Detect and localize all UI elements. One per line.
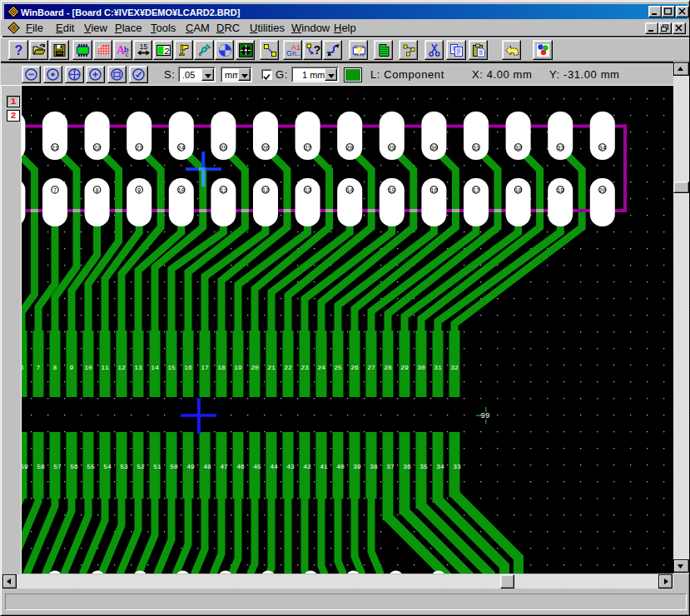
- svg-text:42: 42: [303, 463, 311, 470]
- svg-text:15: 15: [139, 43, 147, 51]
- svg-text:6: 6: [22, 364, 24, 371]
- svg-text:20: 20: [599, 187, 606, 194]
- svg-text:Gn..: Gn..: [286, 49, 300, 57]
- svg-text:35: 35: [419, 463, 428, 470]
- svg-text:31: 31: [434, 364, 442, 371]
- svg-text:33: 33: [557, 145, 563, 152]
- svg-text:?: ?: [15, 43, 23, 57]
- svg-text:7: 7: [37, 364, 41, 371]
- svg-text:15: 15: [389, 187, 395, 194]
- svg-text:57: 57: [53, 463, 62, 470]
- svg-text:8: 8: [53, 364, 57, 371]
- svg-text:44: 44: [270, 463, 278, 470]
- svg-text:17: 17: [473, 187, 479, 194]
- svg-text:55: 55: [87, 463, 95, 470]
- svg-text:16: 16: [430, 187, 437, 194]
- svg-text:38: 38: [370, 463, 378, 470]
- svg-text:12: 12: [117, 364, 126, 371]
- svg-text:20: 20: [251, 364, 259, 371]
- svg-text:10: 10: [178, 187, 185, 194]
- svg-text:28: 28: [346, 145, 353, 152]
- svg-text:32: 32: [514, 145, 521, 152]
- svg-text:23: 23: [300, 364, 309, 371]
- svg-text:19: 19: [234, 364, 242, 371]
- svg-text:12: 12: [262, 187, 269, 194]
- svg-text:39: 39: [353, 463, 361, 470]
- svg-text:15: 15: [167, 364, 176, 371]
- svg-text:27: 27: [304, 145, 310, 152]
- svg-text:54: 54: [103, 463, 112, 470]
- svg-text:14: 14: [151, 364, 159, 371]
- svg-text:25: 25: [220, 145, 226, 152]
- svg-text:50: 50: [170, 463, 178, 470]
- svg-text:34: 34: [436, 463, 444, 470]
- svg-text:7: 7: [53, 187, 57, 194]
- svg-text:11: 11: [101, 364, 109, 371]
- svg-text:45: 45: [253, 463, 261, 470]
- svg-text:11: 11: [220, 187, 226, 194]
- svg-text:36: 36: [403, 463, 411, 470]
- svg-text:2: 2: [164, 47, 170, 57]
- svg-text:37: 37: [386, 463, 395, 470]
- svg-text:16: 16: [184, 364, 192, 371]
- svg-text:49: 49: [186, 463, 195, 470]
- svg-text:32: 32: [450, 364, 459, 371]
- svg-text:26: 26: [262, 145, 269, 152]
- svg-text:22: 22: [93, 145, 100, 152]
- svg-text:31: 31: [473, 145, 479, 152]
- svg-text:23: 23: [136, 145, 142, 152]
- svg-text:24: 24: [178, 145, 185, 152]
- svg-text:?: ?: [313, 43, 320, 57]
- svg-text:53: 53: [120, 463, 128, 470]
- svg-text:18: 18: [514, 187, 521, 194]
- svg-text:18: 18: [217, 364, 226, 371]
- svg-text:29: 29: [389, 145, 395, 152]
- svg-text:48: 48: [203, 463, 211, 470]
- svg-text:30: 30: [417, 364, 425, 371]
- svg-text:25: 25: [334, 364, 342, 371]
- svg-text:52: 52: [137, 463, 145, 470]
- svg-text:59: 59: [22, 463, 28, 470]
- svg-text:51: 51: [153, 463, 161, 470]
- svg-text:47: 47: [220, 463, 228, 470]
- svg-text:22: 22: [284, 364, 292, 371]
- svg-text:99: 99: [481, 412, 490, 420]
- svg-text:21: 21: [52, 145, 58, 152]
- svg-text:17: 17: [201, 364, 209, 371]
- svg-text:56: 56: [70, 463, 78, 470]
- svg-text:30: 30: [430, 145, 437, 152]
- svg-text:33: 33: [453, 463, 461, 470]
- svg-text:19: 19: [557, 187, 563, 194]
- svg-text:c: c: [126, 51, 129, 58]
- svg-text:24: 24: [317, 364, 325, 371]
- svg-text:43: 43: [286, 463, 295, 470]
- svg-text:8: 8: [95, 187, 98, 194]
- svg-text:21: 21: [267, 364, 276, 371]
- svg-text:13: 13: [134, 364, 142, 371]
- svg-text:46: 46: [236, 463, 245, 470]
- svg-text:34: 34: [599, 145, 606, 152]
- svg-text:14: 14: [346, 187, 353, 194]
- svg-text:26: 26: [350, 364, 359, 371]
- svg-text:10: 10: [84, 364, 92, 371]
- svg-text:13: 13: [304, 187, 310, 194]
- svg-text:40: 40: [336, 463, 345, 470]
- svg-text:9: 9: [137, 187, 141, 194]
- svg-text:41: 41: [320, 463, 328, 470]
- svg-text:28: 28: [384, 364, 392, 371]
- svg-text:58: 58: [37, 463, 45, 470]
- svg-text:29: 29: [400, 364, 409, 371]
- svg-text:27: 27: [367, 364, 375, 371]
- svg-text:?: ?: [355, 43, 362, 57]
- svg-text:9: 9: [70, 364, 74, 371]
